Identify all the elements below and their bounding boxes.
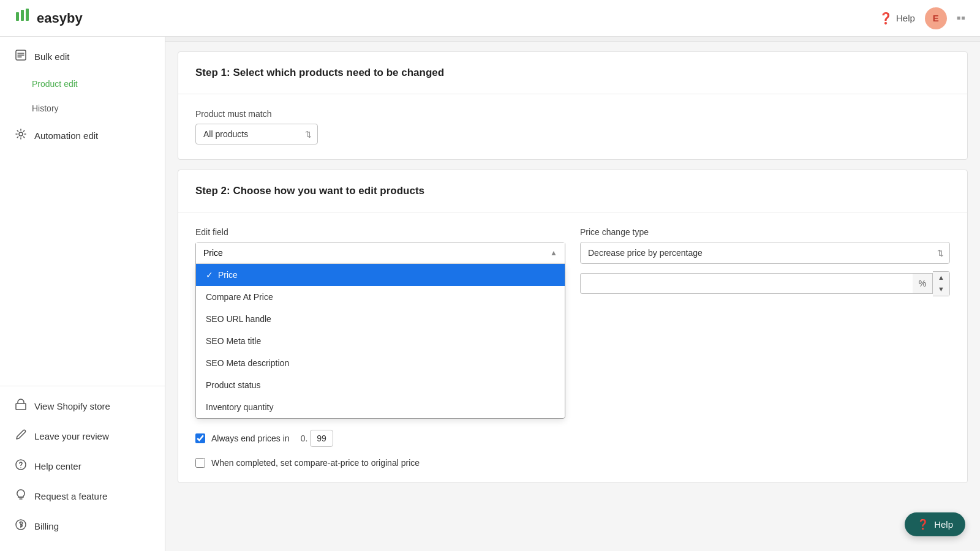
compare-at-price-label[interactable]: When completed, set compare-at-price to … — [211, 458, 420, 468]
price-end-box[interactable]: 99 — [310, 430, 333, 447]
dropdown-option-seo-meta-desc[interactable]: SEO Meta description — [196, 352, 565, 374]
dropdown-option-product-status[interactable]: Product status — [196, 374, 565, 396]
price-change-col: Price change type Decrease price by perc… — [580, 227, 950, 296]
dropdown-option-label: SEO URL handle — [206, 314, 271, 324]
dropdown-list: ✓ Price Compare At Price SEO URL handle — [196, 264, 565, 418]
price-change-type-select-wrapper: Decrease price by percentage Increase pr… — [580, 242, 950, 264]
step2-title: Step 2: Choose how you want to edit prod… — [195, 185, 424, 197]
store-icon — [15, 399, 27, 414]
always-end-prices-checkbox[interactable] — [195, 433, 205, 443]
logo-icon — [15, 7, 32, 29]
price-end-dot: 0. — [301, 433, 308, 443]
dropdown-option-inventory-qty[interactable]: Inventory quantity — [196, 396, 565, 418]
always-end-prices-row: Always end prices in 0. 99 — [195, 430, 950, 447]
dropdown-option-seo-url[interactable]: SEO URL handle — [196, 308, 565, 330]
sidebar-item-label: View Shopify store — [34, 401, 110, 411]
svg-rect-1 — [21, 10, 24, 21]
help-button[interactable]: ❓ Help — [879, 12, 915, 25]
sidebar-item-leave-review[interactable]: Leave your review — [0, 421, 165, 451]
sidebar-item-help-center[interactable]: Help center — [0, 451, 165, 481]
logo: easyby — [15, 7, 83, 29]
step2-body: Edit field Price ▲ ✓ Price — [178, 212, 967, 482]
price-change-type-select[interactable]: Decrease price by percentage Increase pr… — [580, 242, 950, 264]
compare-at-price-checkbox[interactable] — [195, 458, 205, 468]
top-nav: easyby ❓ Help E ▪▪ — [0, 0, 980, 37]
sidebar-item-product-edit[interactable]: Product edit — [0, 72, 165, 96]
always-end-prices-label[interactable]: Always end prices in — [211, 433, 290, 443]
dropdown-option-compare-at-price[interactable]: Compare At Price — [196, 286, 565, 308]
help-label: Help — [896, 13, 915, 23]
sidebar-item-label: Help center — [34, 461, 81, 471]
sidebar-item-label: Leave your review — [34, 431, 109, 441]
dropdown-option-price[interactable]: ✓ Price — [196, 264, 565, 286]
dollar-icon — [15, 519, 27, 534]
product-match-select-wrapper: All products Specific products By collec… — [195, 124, 318, 144]
logo-text: easyby — [37, 10, 83, 26]
price-change-type-label: Price change type — [580, 227, 950, 237]
help-circle-icon: ❓ — [879, 12, 892, 25]
dropdown-option-label: SEO Meta title — [206, 336, 261, 346]
floating-help-label: Help — [934, 519, 953, 530]
dropdown-option-label: SEO Meta description — [206, 358, 289, 368]
edit-field-dropdown[interactable]: Price ▲ ✓ Price Compare At Price — [195, 242, 565, 419]
svg-rect-5 — [16, 403, 26, 410]
check-icon: ✓ — [206, 270, 213, 280]
svg-rect-2 — [26, 9, 29, 21]
sidebar-item-bulk-edit[interactable]: Bulk edit — [0, 42, 165, 72]
sidebar-item-view-shopify[interactable]: View Shopify store — [0, 391, 165, 421]
edit-field-col: Edit field Price ▲ ✓ Price — [195, 227, 565, 419]
step1-card: Step 1: Select which products need to be… — [178, 51, 968, 160]
dropdown-option-label: Price — [218, 270, 238, 280]
sidebar: Bulk edit Product edit History Automatio… — [0, 37, 165, 551]
sidebar-top: Bulk edit Product edit History Automatio… — [0, 37, 165, 156]
dropdown-option-seo-meta-title[interactable]: SEO Meta title — [196, 330, 565, 352]
sidebar-item-history[interactable]: History — [0, 96, 165, 121]
percentage-stepper: ▲ ▼ — [933, 271, 950, 296]
main-content: Step 1: Select which products need to be… — [165, 37, 980, 551]
edit-icon — [15, 49, 27, 64]
svg-point-4 — [19, 132, 23, 136]
sidebar-item-request-feature[interactable]: Request a feature — [0, 481, 165, 511]
chevron-up-icon: ▲ — [550, 249, 557, 257]
sidebar-item-label: History — [32, 103, 59, 113]
sidebar-item-billing[interactable]: Billing — [0, 511, 165, 541]
dropdown-selected-value: Price — [203, 248, 223, 258]
edit-field-label: Edit field — [195, 227, 565, 237]
percent-symbol: % — [913, 273, 933, 294]
step1-body: Product must match All products Specific… — [178, 94, 967, 159]
floating-help-button[interactable]: ❓ Help — [905, 512, 965, 536]
svg-rect-0 — [16, 12, 19, 21]
bulb-icon — [15, 489, 27, 504]
top-divider — [165, 37, 980, 42]
topnav-right: ❓ Help E ▪▪ — [879, 7, 965, 29]
sidebar-item-label: Automation edit — [34, 130, 98, 141]
dropdown-option-label: Inventory quantity — [206, 402, 274, 412]
layout: Bulk edit Product edit History Automatio… — [0, 37, 980, 551]
product-match-select[interactable]: All products Specific products By collec… — [195, 124, 318, 144]
sidebar-item-label: Request a feature — [34, 491, 107, 501]
compare-at-price-row: When completed, set compare-at-price to … — [195, 458, 950, 468]
step1-header: Step 1: Select which products need to be… — [178, 52, 967, 94]
product-match-label: Product must match — [195, 109, 950, 119]
question-icon — [15, 459, 27, 474]
floating-help-icon: ❓ — [917, 519, 929, 530]
percentage-input[interactable] — [580, 273, 913, 294]
sidebar-item-label: Bulk edit — [34, 51, 70, 62]
step2-header: Step 2: Choose how you want to edit prod… — [178, 170, 967, 212]
step2-card: Step 2: Choose how you want to edit prod… — [178, 170, 968, 483]
avatar[interactable]: E — [925, 7, 947, 29]
sidebar-item-label: Billing — [34, 521, 59, 531]
dropdown-option-label: Compare At Price — [206, 292, 273, 302]
sidebar-item-automation-edit[interactable]: Automation edit — [0, 121, 165, 151]
pen-icon — [15, 429, 27, 444]
decrement-button[interactable]: ▼ — [933, 283, 949, 295]
edit-field-row: Edit field Price ▲ ✓ Price — [195, 227, 950, 419]
dropdown-option-label: Product status — [206, 380, 261, 390]
step1-title: Step 1: Select which products need to be… — [195, 67, 444, 78]
menu-icon[interactable]: ▪▪ — [957, 11, 965, 25]
price-end-value: 0. 99 — [301, 430, 333, 447]
increment-button[interactable]: ▲ — [933, 272, 949, 283]
dropdown-trigger[interactable]: Price ▲ — [196, 242, 565, 264]
gear-icon — [15, 128, 27, 143]
sidebar-item-label: Product edit — [32, 79, 78, 89]
